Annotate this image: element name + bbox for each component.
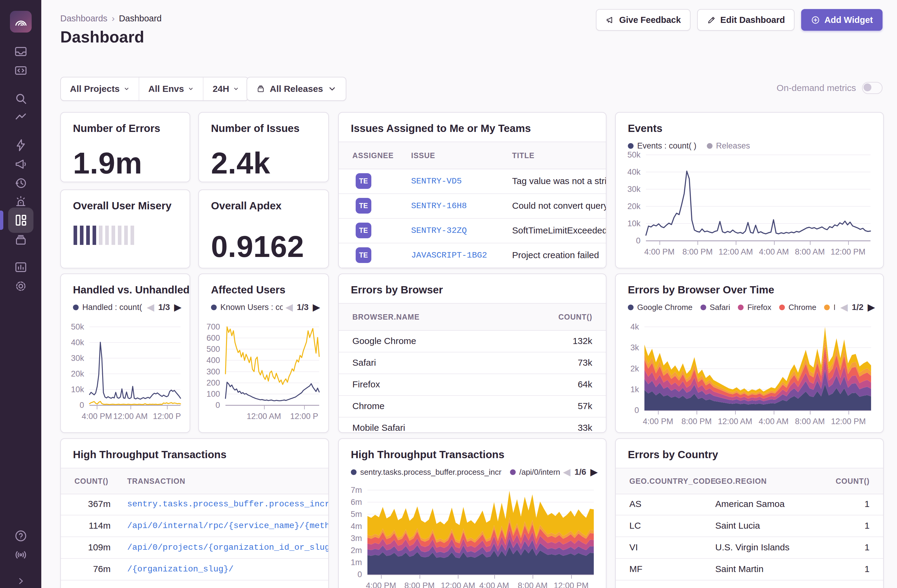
transaction-link[interactable]: /api/0/projects/{organization_id_or_slug…: [127, 543, 328, 552]
widget-affected-users[interactable]: Affected Users Known Users : cour ◀ 1/3 …: [198, 273, 329, 433]
col-region[interactable]: GEO.REGION: [715, 477, 767, 486]
feedback-icon[interactable]: [14, 157, 28, 171]
alerts-icon[interactable]: [14, 195, 28, 209]
misery-bar-empty: [118, 226, 121, 245]
line-series: [646, 171, 871, 235]
col-issue[interactable]: ISSUE: [411, 151, 435, 160]
table-row[interactable]: TESENTRY-32ZQSoftTimeLimitExceeded: [339, 218, 606, 243]
issue-link[interactable]: SENTRY-16H8: [411, 201, 467, 211]
col-browser-name[interactable]: BROWSER.NAME: [352, 313, 419, 321]
col-country-code[interactable]: GEO.COUNTRY_CODE: [629, 477, 716, 486]
widget-apdex[interactable]: Overall Apdex 0.9162: [198, 189, 329, 269]
assignee-avatar[interactable]: TE: [356, 223, 371, 238]
table-row[interactable]: 76m/{organization_slug}/: [61, 558, 328, 580]
col-transaction[interactable]: TRANSACTION: [127, 477, 185, 486]
breadcrumb-dashboards[interactable]: Dashboards: [60, 14, 107, 23]
widget-handled-vs-unhandled[interactable]: Handled vs. Unhandled Handled : count( )…: [60, 273, 190, 433]
add-widget-button[interactable]: Add Widget: [801, 9, 883, 31]
dashboards-icon[interactable]: [8, 208, 34, 233]
lightning-icon[interactable]: [14, 138, 28, 152]
give-feedback-button[interactable]: Give Feedback: [596, 9, 690, 31]
col-count[interactable]: COUNT(): [836, 477, 869, 486]
table-row[interactable]: LCSaint Lucia1: [616, 515, 883, 537]
table-row[interactable]: [61, 580, 328, 588]
y-axis-label: 0: [616, 406, 639, 415]
search-icon[interactable]: [14, 92, 28, 105]
chevron-down-icon: [124, 86, 130, 92]
widget-errors-by-country[interactable]: Errors by Country GEO.COUNTRY_CODE GEO.R…: [615, 438, 884, 588]
widget-errors-by-browser-over-time[interactable]: Errors by Browser Over Time Google Chrom…: [615, 273, 884, 433]
table-row[interactable]: VIU.S. Virgin Islands1: [616, 536, 883, 559]
high-throughput-chart[interactable]: 01m2m3m4m5m6m7m4:00 PM8:00 PM12:00 AM4:0…: [339, 439, 606, 588]
table-row[interactable]: Firefox64k: [339, 374, 606, 396]
col-count[interactable]: COUNT(): [558, 313, 592, 321]
replays-icon[interactable]: [14, 176, 28, 190]
assignee-avatar[interactable]: TE: [356, 198, 371, 214]
table-row[interactable]: [616, 580, 883, 588]
issue-link[interactable]: SENTRY-32ZQ: [411, 226, 467, 235]
errors-by-browser-chart[interactable]: 01k2k3k4k4:00 PM8:00 PM12:00 AM4:00 AM8:…: [616, 274, 883, 432]
table-row[interactable]: TEJAVASCRIPT-1BG2Project creation failed: [339, 243, 606, 268]
col-count[interactable]: COUNT(): [75, 477, 109, 486]
help-icon[interactable]: [14, 529, 28, 543]
country-count: 1: [865, 521, 869, 531]
stats-icon[interactable]: [14, 260, 28, 274]
table-row[interactable]: Chrome57k: [339, 395, 606, 417]
broadcast-icon[interactable]: [14, 548, 28, 562]
transaction-link[interactable]: /api/0/internal/rpc/{service_name}/{meth…: [127, 521, 328, 530]
projects-icon[interactable]: [14, 64, 28, 78]
environment-filter[interactable]: All Envs: [139, 78, 203, 100]
time-range-filter[interactable]: 24H: [203, 78, 248, 100]
table-row[interactable]: Google Chrome132k: [339, 330, 606, 353]
sentry-logo[interactable]: [10, 11, 32, 32]
issue-link[interactable]: JAVASCRIPT-1BG2: [411, 250, 487, 260]
project-filter-label: All Projects: [70, 84, 119, 94]
table-row[interactable]: Mobile Safari33k: [339, 417, 606, 433]
chevron-down-icon: [328, 84, 337, 93]
table-row[interactable]: TESENTRY-16H8Could not convert query: [339, 193, 606, 219]
issue-link[interactable]: SENTRY-VD5: [411, 177, 462, 186]
assignee-avatar[interactable]: TE: [356, 173, 371, 189]
table-row[interactable]: 109m/api/0/projects/{organization_id_or_…: [61, 536, 328, 559]
on-demand-metrics-toggle[interactable]: [862, 82, 883, 94]
x-axis-label: 12:00 AM: [113, 412, 148, 421]
table-header: BROWSER.NAME COUNT(): [339, 303, 606, 331]
table-row[interactable]: Safari73k: [339, 352, 606, 374]
widget-number-of-errors[interactable]: Number of Errors 1.9m: [60, 112, 190, 182]
transaction-link[interactable]: sentry.tasks.process_buffer.process_incr: [127, 499, 328, 509]
widget-events-chart[interactable]: Events Events : count( )Releases 010k20k…: [615, 112, 884, 269]
x-axis-label: 12:00 PM: [554, 581, 589, 588]
widget-high-throughput-table[interactable]: High Throughput Transactions COUNT() TRA…: [60, 438, 329, 588]
issues-icon[interactable]: [14, 44, 28, 58]
events-chart[interactable]: 010k20k30k40k50k4:00 PM8:00 PM12:00 AM4:…: [616, 113, 883, 268]
table-row[interactable]: ASAmerican Samoa1: [616, 493, 883, 515]
table-row[interactable]: 367msentry.tasks.process_buffer.process_…: [61, 493, 328, 515]
affected-users-chart[interactable]: 010020030040050060070012:00 AM12:00 P: [199, 274, 328, 432]
transaction-link[interactable]: /{organization_slug}/: [127, 565, 328, 574]
assignee-avatar[interactable]: TE: [356, 247, 371, 263]
col-title[interactable]: TITLE: [512, 151, 534, 160]
country-region: U.S. Virgin Islands: [715, 542, 789, 553]
widget-number-of-issues[interactable]: Number of Issues 2.4k: [198, 112, 329, 182]
big-number-value: 1.9m: [73, 146, 142, 180]
releases-icon[interactable]: [14, 233, 28, 247]
performance-icon[interactable]: [14, 110, 28, 124]
widget-issues-assigned[interactable]: Issues Assigned to Me or My Teams ASSIGN…: [338, 112, 606, 269]
col-assignee[interactable]: ASSIGNEE: [352, 151, 393, 160]
collapse-sidebar-icon[interactable]: [15, 576, 26, 586]
browser-count: 132k: [572, 336, 592, 346]
x-axis-label: 8:00 AM: [518, 581, 548, 588]
widget-user-misery[interactable]: Overall User Misery: [60, 189, 190, 269]
sidebar: [0, 0, 41, 588]
table-row[interactable]: TESENTRY-VD5Tag value was not a strin: [339, 169, 606, 194]
table-row[interactable]: MFSaint Martin1: [616, 558, 883, 580]
y-axis-label: 300: [199, 367, 220, 377]
handled-chart[interactable]: 010k20k30k40k50k4:00 PM12:00 AM12:00 P: [61, 274, 190, 432]
project-filter[interactable]: All Projects: [61, 78, 139, 100]
edit-dashboard-button[interactable]: Edit Dashboard: [697, 9, 794, 31]
table-row[interactable]: 114m/api/0/internal/rpc/{service_name}/{…: [61, 515, 328, 537]
settings-icon[interactable]: [14, 279, 28, 293]
releases-filter[interactable]: All Releases: [246, 77, 346, 101]
widget-high-throughput-chart[interactable]: High Throughput Transactions sentry.task…: [338, 438, 606, 588]
widget-errors-by-browser[interactable]: Errors by Browser BROWSER.NAME COUNT() G…: [338, 273, 606, 433]
